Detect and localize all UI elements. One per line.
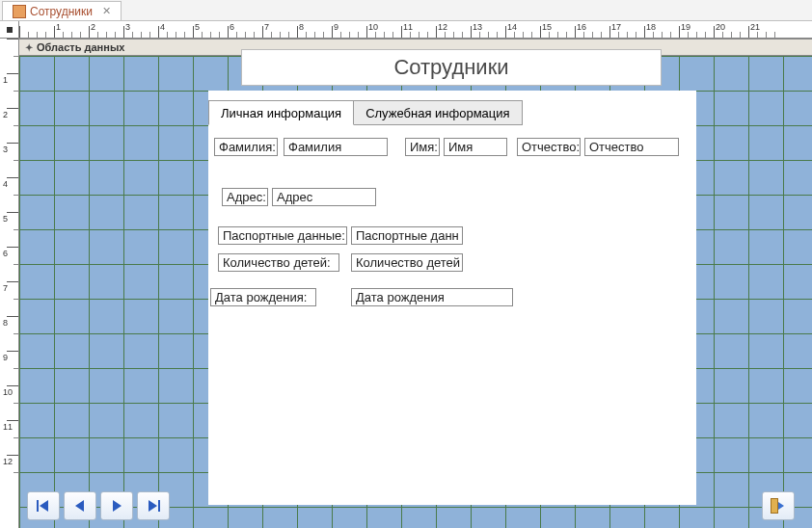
design-canvas[interactable]: ✦ Область данных Сотрудники Личная инфор…	[19, 39, 812, 528]
tab-page-personal: Фамилия: Фамилия Имя: Имя Отчество: Отче…	[208, 124, 690, 505]
field-birthdate[interactable]: Дата рождения	[351, 288, 513, 306]
label-birthdate[interactable]: Дата рождения:	[210, 288, 316, 306]
tab-employees[interactable]: Сотрудники ✕	[2, 1, 122, 20]
section-label: Область данных	[37, 41, 124, 53]
prev-record-button[interactable]	[64, 491, 96, 520]
svg-marker-3	[113, 500, 122, 512]
last-record-button[interactable]	[137, 491, 170, 520]
label-passport[interactable]: Паспортные данные:	[218, 226, 347, 245]
label-children[interactable]: Количество детей:	[218, 253, 339, 272]
tab-service-info[interactable]: Служебная информация	[353, 100, 522, 125]
label-surname[interactable]: Фамилия:	[214, 138, 278, 156]
field-children[interactable]: Количество детей	[351, 253, 463, 272]
document-tabs: Сотрудники ✕	[0, 0, 812, 21]
field-address[interactable]: Адрес	[272, 188, 376, 206]
ruler-vertical[interactable]: 123456789101112	[0, 39, 19, 528]
form-title[interactable]: Сотрудники	[241, 49, 662, 86]
record-navigation	[27, 491, 170, 520]
ruler-corner[interactable]	[0, 21, 19, 39]
field-name[interactable]: Имя	[444, 138, 507, 156]
tab-control-surface: Сотрудники Личная информация Служебная и…	[208, 91, 696, 505]
label-patronymic[interactable]: Отчество:	[517, 138, 581, 156]
ruler-horizontal[interactable]: 123456789101112131415161718192021	[19, 21, 812, 39]
field-passport[interactable]: Паспортные данн	[351, 226, 463, 245]
exit-icon	[771, 498, 786, 514]
svg-rect-5	[158, 500, 160, 512]
form-icon	[13, 5, 26, 18]
label-name[interactable]: Имя:	[405, 138, 440, 156]
svg-marker-2	[75, 500, 84, 512]
field-surname[interactable]: Фамилия	[284, 138, 388, 156]
svg-marker-4	[149, 500, 157, 512]
field-patronymic[interactable]: Отчество	[584, 138, 679, 156]
chevron-down-icon: ✦	[25, 42, 33, 53]
svg-marker-1	[40, 500, 48, 512]
close-icon[interactable]: ✕	[102, 5, 111, 17]
tab-personal-info[interactable]: Личная информация	[208, 100, 354, 125]
next-record-button[interactable]	[100, 491, 133, 520]
first-record-button[interactable]	[27, 491, 60, 520]
design-area: 123456789101112131415161718192021 123456…	[0, 21, 812, 528]
tab-control: Личная информация Служебная информация Ф…	[208, 100, 690, 125]
svg-rect-0	[37, 500, 39, 512]
tab-label: Сотрудники	[30, 5, 93, 18]
close-form-button[interactable]	[762, 491, 795, 520]
label-address[interactable]: Адрес:	[222, 188, 268, 206]
